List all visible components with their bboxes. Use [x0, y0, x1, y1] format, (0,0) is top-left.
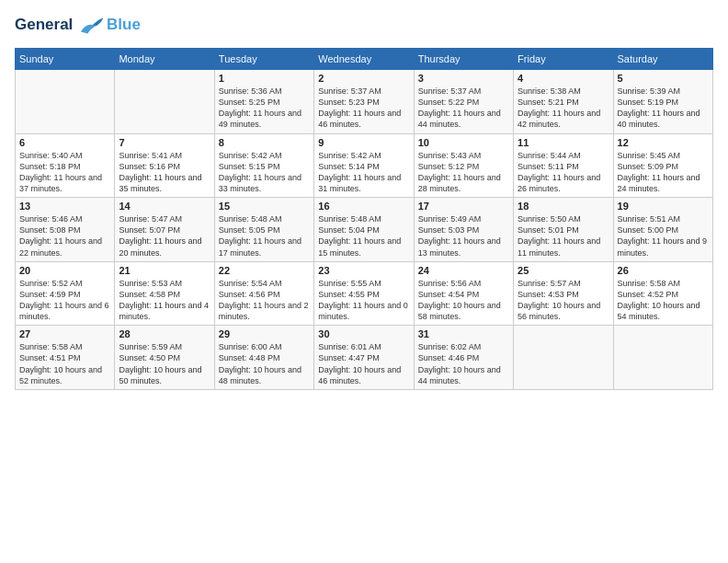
weekday-header-friday: Friday: [514, 49, 613, 70]
calendar-cell: 9Sunrise: 5:42 AM Sunset: 5:14 PM Daylig…: [314, 133, 414, 198]
day-info: Sunrise: 5:55 AM Sunset: 4:55 PM Dayligh…: [318, 278, 409, 323]
day-number: 26: [618, 265, 709, 276]
calendar-cell: 14Sunrise: 5:47 AM Sunset: 5:07 PM Dayli…: [115, 198, 214, 262]
day-number: 9: [318, 137, 409, 148]
day-number: 22: [219, 265, 310, 276]
weekday-header-sunday: Sunday: [16, 49, 115, 70]
day-number: 5: [618, 73, 709, 84]
day-number: 20: [19, 265, 110, 276]
day-info: Sunrise: 5:42 AM Sunset: 5:14 PM Dayligh…: [318, 150, 409, 195]
day-number: 25: [518, 265, 609, 276]
calendar-cell: 18Sunrise: 5:50 AM Sunset: 5:01 PM Dayli…: [514, 198, 613, 262]
day-info: Sunrise: 5:37 AM Sunset: 5:22 PM Dayligh…: [418, 86, 509, 131]
calendar-cell: 11Sunrise: 5:44 AM Sunset: 5:11 PM Dayli…: [514, 133, 613, 198]
calendar-cell: 26Sunrise: 5:58 AM Sunset: 4:52 PM Dayli…: [613, 261, 712, 326]
day-info: Sunrise: 5:57 AM Sunset: 4:53 PM Dayligh…: [518, 278, 609, 323]
weekday-header-saturday: Saturday: [613, 49, 712, 70]
day-info: Sunrise: 5:40 AM Sunset: 5:18 PM Dayligh…: [19, 150, 110, 195]
day-number: 11: [518, 137, 609, 148]
calendar-cell: 28Sunrise: 5:59 AM Sunset: 4:50 PM Dayli…: [115, 326, 214, 390]
calendar-cell: 25Sunrise: 5:57 AM Sunset: 4:53 PM Dayli…: [514, 261, 613, 326]
day-number: 8: [219, 137, 310, 148]
calendar-cell: 24Sunrise: 5:56 AM Sunset: 4:54 PM Dayli…: [414, 261, 513, 326]
day-info: Sunrise: 5:47 AM Sunset: 5:07 PM Dayligh…: [119, 213, 210, 259]
calendar-cell: 19Sunrise: 5:51 AM Sunset: 5:00 PM Dayli…: [613, 198, 712, 262]
calendar-cell: 29Sunrise: 6:00 AM Sunset: 4:48 PM Dayli…: [214, 326, 313, 390]
logo-bird-icon: [79, 15, 105, 37]
calendar-cell: [16, 70, 115, 134]
day-info: Sunrise: 6:01 AM Sunset: 4:47 PM Dayligh…: [318, 341, 409, 386]
calendar-week-5: 27Sunrise: 5:58 AM Sunset: 4:51 PM Dayli…: [16, 326, 713, 390]
page-container: General Blue SundayMondayTuesdayWednesda…: [0, 0, 728, 397]
day-number: 2: [318, 73, 409, 84]
day-info: Sunrise: 5:42 AM Sunset: 5:15 PM Dayligh…: [219, 150, 310, 195]
calendar-cell: 7Sunrise: 5:41 AM Sunset: 5:16 PM Daylig…: [115, 133, 214, 198]
calendar-cell: [115, 70, 214, 134]
calendar-cell: 17Sunrise: 5:49 AM Sunset: 5:03 PM Dayli…: [414, 198, 513, 262]
day-info: Sunrise: 5:41 AM Sunset: 5:16 PM Dayligh…: [119, 150, 210, 195]
calendar-cell: 1Sunrise: 5:36 AM Sunset: 5:25 PM Daylig…: [214, 70, 313, 134]
logo-blue: Blue: [107, 16, 141, 34]
calendar-cell: 20Sunrise: 5:52 AM Sunset: 4:59 PM Dayli…: [16, 261, 115, 326]
day-number: 12: [618, 137, 709, 148]
calendar-cell: 3Sunrise: 5:37 AM Sunset: 5:22 PM Daylig…: [414, 70, 513, 134]
day-info: Sunrise: 5:36 AM Sunset: 5:25 PM Dayligh…: [219, 86, 310, 131]
day-number: 18: [518, 201, 609, 212]
day-info: Sunrise: 5:51 AM Sunset: 5:00 PM Dayligh…: [618, 213, 709, 259]
calendar-cell: 23Sunrise: 5:55 AM Sunset: 4:55 PM Dayli…: [314, 261, 414, 326]
day-number: 10: [418, 137, 509, 148]
day-info: Sunrise: 5:48 AM Sunset: 5:04 PM Dayligh…: [318, 213, 409, 259]
calendar-table: SundayMondayTuesdayWednesdayThursdayFrid…: [15, 48, 713, 390]
day-number: 15: [219, 201, 310, 212]
calendar-cell: 12Sunrise: 5:45 AM Sunset: 5:09 PM Dayli…: [613, 133, 712, 198]
day-number: 23: [318, 265, 409, 276]
day-number: 17: [418, 201, 509, 212]
calendar-cell: 27Sunrise: 5:58 AM Sunset: 4:51 PM Dayli…: [16, 326, 115, 390]
calendar-cell: [514, 326, 613, 390]
calendar-cell: 16Sunrise: 5:48 AM Sunset: 5:04 PM Dayli…: [314, 198, 414, 262]
weekday-header-monday: Monday: [115, 49, 214, 70]
calendar-week-1: 1Sunrise: 5:36 AM Sunset: 5:25 PM Daylig…: [16, 70, 713, 134]
day-number: 13: [19, 201, 110, 212]
day-number: 24: [418, 265, 509, 276]
day-info: Sunrise: 5:43 AM Sunset: 5:12 PM Dayligh…: [418, 150, 509, 195]
day-info: Sunrise: 5:39 AM Sunset: 5:19 PM Dayligh…: [618, 86, 709, 131]
calendar-cell: 22Sunrise: 5:54 AM Sunset: 4:56 PM Dayli…: [214, 261, 313, 326]
day-info: Sunrise: 5:49 AM Sunset: 5:03 PM Dayligh…: [418, 213, 509, 259]
day-info: Sunrise: 5:38 AM Sunset: 5:21 PM Dayligh…: [518, 86, 609, 131]
logo: General Blue: [15, 15, 141, 37]
weekday-header-tuesday: Tuesday: [214, 49, 313, 70]
calendar-cell: 4Sunrise: 5:38 AM Sunset: 5:21 PM Daylig…: [514, 70, 613, 134]
weekday-header-wednesday: Wednesday: [314, 49, 414, 70]
day-info: Sunrise: 5:58 AM Sunset: 4:52 PM Dayligh…: [618, 278, 709, 323]
day-info: Sunrise: 5:56 AM Sunset: 4:54 PM Dayligh…: [418, 278, 509, 323]
day-info: Sunrise: 5:48 AM Sunset: 5:05 PM Dayligh…: [219, 213, 310, 259]
day-number: 1: [219, 73, 310, 84]
day-number: 4: [518, 73, 609, 84]
calendar-cell: 10Sunrise: 5:43 AM Sunset: 5:12 PM Dayli…: [414, 133, 513, 198]
day-number: 21: [119, 265, 210, 276]
calendar-week-3: 13Sunrise: 5:46 AM Sunset: 5:08 PM Dayli…: [16, 198, 713, 262]
calendar-cell: 8Sunrise: 5:42 AM Sunset: 5:15 PM Daylig…: [214, 133, 313, 198]
day-number: 3: [418, 73, 509, 84]
calendar-cell: 13Sunrise: 5:46 AM Sunset: 5:08 PM Dayli…: [16, 198, 115, 262]
day-info: Sunrise: 6:00 AM Sunset: 4:48 PM Dayligh…: [219, 341, 310, 386]
day-number: 29: [219, 328, 310, 339]
calendar-cell: 2Sunrise: 5:37 AM Sunset: 5:23 PM Daylig…: [314, 70, 414, 134]
weekday-header-row: SundayMondayTuesdayWednesdayThursdayFrid…: [16, 49, 713, 70]
day-info: Sunrise: 5:54 AM Sunset: 4:56 PM Dayligh…: [219, 278, 310, 323]
day-number: 14: [119, 201, 210, 212]
day-info: Sunrise: 5:52 AM Sunset: 4:59 PM Dayligh…: [19, 278, 110, 323]
header: General Blue: [15, 15, 713, 37]
day-info: Sunrise: 5:53 AM Sunset: 4:58 PM Dayligh…: [119, 278, 210, 323]
day-info: Sunrise: 5:44 AM Sunset: 5:11 PM Dayligh…: [518, 150, 609, 195]
day-number: 27: [19, 328, 110, 339]
day-info: Sunrise: 5:59 AM Sunset: 4:50 PM Dayligh…: [119, 341, 210, 386]
weekday-header-thursday: Thursday: [414, 49, 513, 70]
day-info: Sunrise: 5:46 AM Sunset: 5:08 PM Dayligh…: [19, 213, 110, 259]
calendar-cell: 5Sunrise: 5:39 AM Sunset: 5:19 PM Daylig…: [613, 70, 712, 134]
day-number: 6: [19, 137, 110, 148]
calendar-week-2: 6Sunrise: 5:40 AM Sunset: 5:18 PM Daylig…: [16, 133, 713, 198]
calendar-cell: 15Sunrise: 5:48 AM Sunset: 5:05 PM Dayli…: [214, 198, 313, 262]
day-info: Sunrise: 5:45 AM Sunset: 5:09 PM Dayligh…: [618, 150, 709, 195]
